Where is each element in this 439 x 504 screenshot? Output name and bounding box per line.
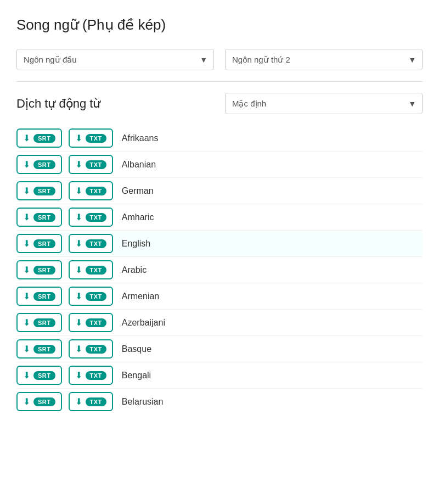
download-srt-button[interactable]: ⬇ SRT <box>16 155 62 174</box>
download-srt-icon: ⬇ <box>23 186 30 196</box>
list-item: ⬇ SRT ⬇ TXT German <box>16 178 423 204</box>
download-srt-icon: ⬇ <box>23 238 30 249</box>
language-name: Armenian <box>122 292 159 301</box>
list-item: ⬇ SRT ⬇ TXT Afrikaans <box>16 125 423 152</box>
download-txt-button[interactable]: ⬇ TXT <box>69 234 113 253</box>
srt-badge: SRT <box>33 160 55 169</box>
txt-badge: TXT <box>86 160 106 169</box>
download-srt-button[interactable]: ⬇ SRT <box>16 392 62 411</box>
language-name: German <box>122 186 154 196</box>
download-srt-icon: ⬇ <box>23 370 30 380</box>
language-name: Bengali <box>122 371 151 380</box>
srt-badge: SRT <box>33 345 55 354</box>
download-srt-icon: ⬇ <box>23 291 30 301</box>
download-srt-button[interactable]: ⬇ SRT <box>16 366 62 385</box>
download-txt-icon: ⬇ <box>75 186 82 196</box>
list-item: ⬇ SRT ⬇ TXT Albanian <box>16 152 423 178</box>
srt-badge: SRT <box>33 213 55 222</box>
txt-badge: TXT <box>86 371 106 380</box>
language-dropdowns-row: Ngôn ngữ đầu ▼ Ngôn ngữ thứ 2 ▼ <box>16 49 423 82</box>
list-item: ⬇ SRT ⬇ TXT Bengali <box>16 362 423 389</box>
txt-badge: TXT <box>86 213 106 222</box>
list-item: ⬇ SRT ⬇ TXT Belarusian <box>16 389 423 415</box>
srt-badge: SRT <box>33 371 55 380</box>
download-txt-icon: ⬇ <box>75 238 82 249</box>
download-txt-button[interactable]: ⬇ TXT <box>69 313 113 332</box>
list-item: ⬇ SRT ⬇ TXT Basque <box>16 336 423 362</box>
language1-select[interactable]: Ngôn ngữ đầu <box>16 49 214 70</box>
download-srt-button[interactable]: ⬇ SRT <box>16 234 62 253</box>
download-txt-icon: ⬇ <box>75 133 82 143</box>
download-txt-button[interactable]: ⬇ TXT <box>69 128 113 148</box>
auto-translate-row: Dịch tự động từ Mặc định ▼ <box>16 93 423 114</box>
download-srt-icon: ⬇ <box>23 265 30 275</box>
srt-badge: SRT <box>33 134 55 143</box>
download-srt-button[interactable]: ⬇ SRT <box>16 287 62 306</box>
list-item: ⬇ SRT ⬇ TXT English <box>16 231 423 257</box>
language-name: Azerbaijani <box>122 318 165 328</box>
language2-dropdown-wrap: Ngôn ngữ thứ 2 ▼ <box>225 49 423 70</box>
srt-badge: SRT <box>33 292 55 301</box>
language-name: Amharic <box>122 212 154 222</box>
download-srt-button[interactable]: ⬇ SRT <box>16 339 62 359</box>
download-txt-button[interactable]: ⬇ TXT <box>69 287 113 306</box>
download-srt-icon: ⬇ <box>23 133 30 143</box>
download-srt-icon: ⬇ <box>23 396 30 407</box>
download-srt-icon: ⬇ <box>23 212 30 222</box>
auto-translate-dropdown-wrap: Mặc định ▼ <box>225 93 423 114</box>
download-txt-button[interactable]: ⬇ TXT <box>69 339 113 359</box>
txt-badge: TXT <box>86 266 106 275</box>
language-name: Albanian <box>122 160 156 170</box>
download-txt-icon: ⬇ <box>75 344 82 354</box>
download-srt-icon: ⬇ <box>23 159 30 170</box>
srt-badge: SRT <box>33 318 55 327</box>
language-name: Afrikaans <box>122 133 159 143</box>
language-name: English <box>122 239 150 249</box>
download-txt-icon: ⬇ <box>75 212 82 222</box>
txt-badge: TXT <box>86 187 106 195</box>
download-txt-icon: ⬇ <box>75 265 82 275</box>
download-txt-icon: ⬇ <box>75 370 82 380</box>
list-item: ⬇ SRT ⬇ TXT Azerbaijani <box>16 310 423 336</box>
download-srt-button[interactable]: ⬇ SRT <box>16 181 62 200</box>
txt-badge: TXT <box>86 318 106 327</box>
txt-badge: TXT <box>86 292 106 301</box>
download-txt-icon: ⬇ <box>75 396 82 407</box>
srt-badge: SRT <box>33 397 55 406</box>
list-item: ⬇ SRT ⬇ TXT Amharic <box>16 204 423 231</box>
language-name: Belarusian <box>122 397 164 407</box>
download-txt-icon: ⬇ <box>75 291 82 301</box>
download-txt-button[interactable]: ⬇ TXT <box>69 208 113 227</box>
download-srt-button[interactable]: ⬇ SRT <box>16 260 62 279</box>
txt-badge: TXT <box>86 397 106 406</box>
auto-translate-label: Dịch tự động từ <box>16 97 214 111</box>
language1-dropdown-wrap: Ngôn ngữ đầu ▼ <box>16 49 214 70</box>
srt-badge: SRT <box>33 266 55 275</box>
txt-badge: TXT <box>86 345 106 354</box>
download-srt-icon: ⬇ <box>23 317 30 328</box>
auto-translate-select[interactable]: Mặc định <box>225 93 423 114</box>
download-txt-button[interactable]: ⬇ TXT <box>69 392 113 411</box>
download-txt-button[interactable]: ⬇ TXT <box>69 260 113 279</box>
download-srt-icon: ⬇ <box>23 344 30 354</box>
download-srt-button[interactable]: ⬇ SRT <box>16 313 62 332</box>
language2-select[interactable]: Ngôn ngữ thứ 2 <box>225 49 423 70</box>
download-txt-button[interactable]: ⬇ TXT <box>69 366 113 385</box>
list-item: ⬇ SRT ⬇ TXT Armenian <box>16 283 423 310</box>
srt-badge: SRT <box>33 239 55 248</box>
download-txt-icon: ⬇ <box>75 159 82 170</box>
txt-badge: TXT <box>86 239 106 248</box>
download-txt-button[interactable]: ⬇ TXT <box>69 181 113 200</box>
srt-badge: SRT <box>33 187 55 195</box>
download-srt-button[interactable]: ⬇ SRT <box>16 208 62 227</box>
language-list: ⬇ SRT ⬇ TXT Afrikaans ⬇ SRT ⬇ TXT Albani… <box>16 125 423 415</box>
download-txt-icon: ⬇ <box>75 317 82 328</box>
language-name: Basque <box>122 344 151 354</box>
page-title: Song ngữ (Phụ đề kép) <box>16 16 423 33</box>
list-item: ⬇ SRT ⬇ TXT Arabic <box>16 257 423 283</box>
download-txt-button[interactable]: ⬇ TXT <box>69 155 113 174</box>
language-name: Arabic <box>122 265 147 275</box>
txt-badge: TXT <box>86 134 106 143</box>
download-srt-button[interactable]: ⬇ SRT <box>16 128 62 148</box>
